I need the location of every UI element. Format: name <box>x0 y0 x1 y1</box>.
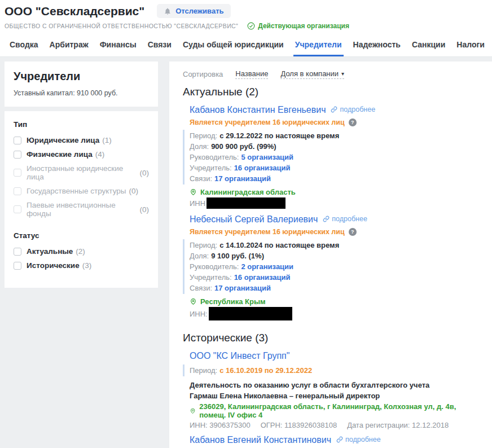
share-row: Доля:900 900 руб. (99%) <box>190 141 478 152</box>
filter-individuals[interactable]: Физические лица (4) <box>14 150 149 159</box>
section-actual-title: Актуальные (2) <box>183 86 478 98</box>
address-link[interactable]: 236029, Калининградская область, г Калин… <box>190 402 478 419</box>
share-row: Доля:9 100 руб. (1%) <box>190 251 478 261</box>
sidebar-filters-panel: Тип Юридические лица (1) Физические лица… <box>5 111 158 288</box>
more-label: подробнее <box>340 106 375 113</box>
name-row: Кабанов Константин Евгеньевич подробнее <box>190 105 478 115</box>
status-badge-label: Действующая организация <box>258 22 349 30</box>
period-label: Период: <box>190 241 217 249</box>
founder-name-link[interactable]: Кабанов Евгений Константинович <box>190 435 331 445</box>
head-label: Руководитель: <box>190 262 239 271</box>
sort-label: Сортировка <box>183 70 223 78</box>
filter-legal-entities[interactable]: Юридические лица (1) <box>14 136 149 144</box>
redacted-inn <box>207 197 285 209</box>
relations-label: Связи: <box>190 284 212 292</box>
founder-name-link[interactable]: ООО "КС Инвест Групп" <box>190 351 289 361</box>
relations-count-link[interactable]: 17 организаций <box>214 174 271 183</box>
filter-count: (4) <box>95 150 105 159</box>
page-header: ООО "Севскладсервис" Отслеживать ОБЩЕСТВ… <box>0 0 492 57</box>
sort-bar: Сортировка Название Доля в компании ▾ <box>183 69 478 79</box>
region-link[interactable]: Калининградская область <box>190 188 478 196</box>
track-button[interactable]: Отслеживать <box>157 4 230 18</box>
founder-name-link[interactable]: Небесный Сергей Валериевич <box>190 214 318 225</box>
filters-sidebar: Учредители Уставный капитал: 910 000 руб… <box>5 62 158 288</box>
head-count-link[interactable]: 5 организаций <box>241 153 293 161</box>
charter-capital: Уставный капитал: 910 000 руб. <box>14 89 149 97</box>
share-value: 900 900 руб. (99%) <box>211 142 276 151</box>
checkbox-icon <box>14 248 21 256</box>
head-count-link[interactable]: 2 организации <box>241 262 293 271</box>
info-icon[interactable]: ? <box>349 228 357 236</box>
company-meta-row: ИНН: 3906375300 ОГРН: 1183926038108 Дата… <box>190 421 478 429</box>
tab-nadezhnost[interactable]: Надежность <box>352 34 402 56</box>
founder-note: Является учредителем 16 юридических лиц … <box>190 118 478 126</box>
head-label: Руководитель: <box>190 153 239 161</box>
tab-svodka[interactable]: Сводка <box>8 34 40 56</box>
registration-date: Дата регистрации: 12.12.2018 <box>347 421 449 429</box>
chain-link-icon <box>323 216 330 222</box>
track-button-label: Отслеживать <box>175 7 223 15</box>
location-pin-icon <box>190 298 197 305</box>
director-line: Гармаш Елена Николаевна – генеральный ди… <box>190 391 478 401</box>
filter-label: Иностранные юридические лица <box>27 164 137 181</box>
section-historic-title: Исторические (3) <box>183 332 478 344</box>
more-link[interactable]: подробнее <box>331 106 375 113</box>
status-badge: Действующая организация <box>247 22 349 30</box>
caret-down-icon: ▾ <box>341 71 344 77</box>
filter-government-structures: Государственные структуры (0) <box>14 187 149 195</box>
sort-by-share[interactable]: Доля в компании ▾ <box>280 69 344 79</box>
details-block: Период:с 29.12.2022 по настоящее время Д… <box>183 130 478 185</box>
checkbox-icon <box>14 169 21 177</box>
period-row: Период:с 14.10.2024 по настоящее время <box>190 240 478 251</box>
title-row: ООО "Севскладсервис" Отслеживать <box>0 0 492 18</box>
share-label: Доля: <box>190 142 209 151</box>
tab-uchrediteli[interactable]: Учредители <box>293 34 344 56</box>
info-icon[interactable]: ? <box>349 118 357 126</box>
tab-sanktsii[interactable]: Санкции <box>410 34 447 56</box>
founder-note-text: Является учредителем 16 юридических лиц <box>190 228 345 236</box>
name-row: ООО "КС Инвест Групп" <box>190 351 478 361</box>
founder-count-link[interactable]: 16 организаций <box>234 164 291 172</box>
period-label: Период: <box>190 366 217 375</box>
check-circle-icon <box>247 22 255 30</box>
inn-row: ИНН <box>190 197 478 209</box>
filter-group-type-title: Тип <box>14 120 149 129</box>
subtitle-row: ОБЩЕСТВО С ОГРАНИЧЕННОЙ ОТВЕТСТВЕННОСТЬЮ… <box>0 18 492 30</box>
founder-card: ООО "КС Инвест Групп" Период:с 16.10.201… <box>190 351 478 429</box>
tab-arbitrazh[interactable]: Арбитраж <box>48 34 90 56</box>
head-row: Руководитель:2 организации <box>190 261 478 272</box>
more-link[interactable]: подробнее <box>323 215 367 223</box>
details-block: Период:с 14.10.2024 по настоящее время Д… <box>183 239 478 294</box>
sidebar-header-panel: Учредители Уставный капитал: 910 000 руб… <box>5 62 158 107</box>
founder-count-link[interactable]: 16 организаций <box>234 273 291 282</box>
location-pin-icon <box>190 188 197 196</box>
more-link[interactable]: подробнее <box>336 436 381 443</box>
region-link[interactable]: Республика Крым <box>190 297 478 306</box>
checkbox-icon <box>14 137 21 144</box>
filter-foreign-entities: Иностранные юридические лица (0) <box>14 164 149 181</box>
tab-finansy[interactable]: Финансы <box>98 34 138 56</box>
tab-nalogi[interactable]: Налоги <box>455 34 486 56</box>
location-pin-icon <box>190 407 196 415</box>
filter-actual[interactable]: Актуальные (2) <box>14 247 149 256</box>
filter-count: (3) <box>82 261 92 270</box>
tab-svyazi[interactable]: Связи <box>146 34 173 56</box>
more-label: подробнее <box>345 436 381 443</box>
filter-label: Паевые инвестиционные фонды <box>27 201 137 218</box>
filter-count: (0) <box>140 205 150 214</box>
region-label: Калининградская область <box>200 188 296 196</box>
relations-row: Связи:17 организаций <box>190 173 478 184</box>
head-row: Руководитель:5 организаций <box>190 152 478 162</box>
founder-row: Учредитель:16 организаций <box>190 162 478 173</box>
chain-link-icon <box>336 436 343 443</box>
filter-historic[interactable]: Исторические (3) <box>14 261 149 270</box>
period-value: с 14.10.2024 по настоящее время <box>219 241 339 249</box>
name-row: Небесный Сергей Валериевич подробнее <box>190 214 478 225</box>
relations-row: Связи:17 организаций <box>190 283 478 293</box>
activity-line: Деятельность по оказанию услуг в области… <box>190 380 478 390</box>
tab-sudy-obshchey-yurisdiktsii[interactable]: Суды общей юрисдикции <box>181 34 285 56</box>
sort-by-name[interactable]: Название <box>235 69 268 79</box>
founder-name-link[interactable]: Кабанов Константин Евгеньевич <box>190 105 326 115</box>
filter-count: (2) <box>76 247 85 256</box>
relations-count-link[interactable]: 17 организаций <box>214 284 271 292</box>
